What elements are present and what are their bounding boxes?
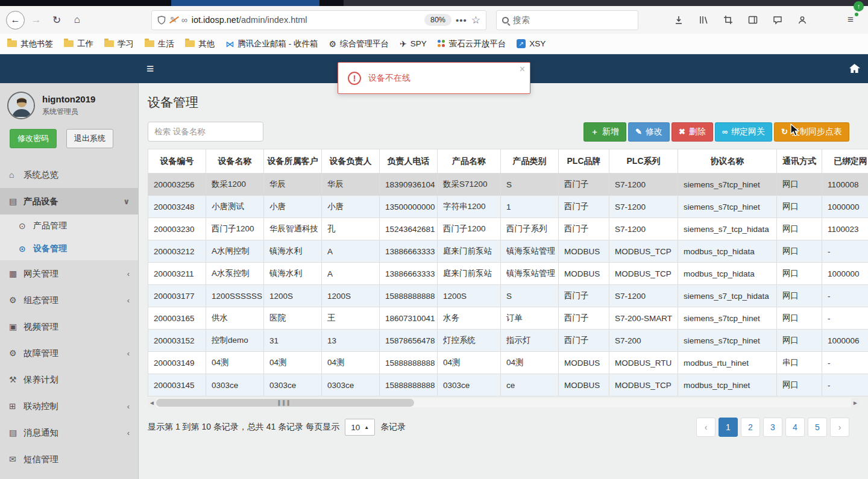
book-icon: ▤: [9, 196, 24, 206]
table-row[interactable]: 200003248小唐测试小唐小唐13500000000字符串12001西门子S…: [148, 196, 868, 218]
sidebar-item[interactable]: ▣视频管理: [0, 313, 138, 340]
table-row[interactable]: 200003165供水医院王18607310041水务订单西门子S7-200-S…: [148, 307, 868, 330]
next-page-button[interactable]: ›: [830, 418, 849, 437]
column-header[interactable]: 协议名称: [678, 149, 777, 174]
app-home-button[interactable]: [849, 63, 860, 75]
bookmark-item[interactable]: ⚙综合管理平台: [329, 39, 389, 49]
column-header[interactable]: 设备编号: [148, 149, 206, 174]
messages-button[interactable]: [769, 11, 787, 29]
column-header[interactable]: 设备所属客户: [264, 149, 322, 174]
bookmark-item[interactable]: 工作: [64, 39, 93, 49]
column-header[interactable]: 负责人电话: [380, 149, 438, 174]
table-row[interactable]: 200003230西门子1200华辰智通科技孔15243642681西门子120…: [148, 218, 868, 240]
prev-page-button[interactable]: ‹: [696, 418, 715, 437]
sidebar-item[interactable]: ⊞联动控制‹: [0, 393, 138, 419]
sidebar-item[interactable]: ⊙产品管理: [0, 214, 138, 237]
table-row[interactable]: 200003211A水泵控制镇海水利A13886663333庭来门前泵站镇海泵站…: [148, 263, 868, 285]
page-button[interactable]: 4: [785, 418, 805, 437]
update-badge-icon[interactable]: ↑: [854, 1, 864, 11]
scroll-left-arrow-icon[interactable]: ◄: [148, 398, 156, 407]
user-role: 系统管理员: [42, 107, 95, 117]
back-button[interactable]: ←: [6, 11, 25, 30]
bookmark-item[interactable]: 学习: [104, 39, 134, 49]
home-button[interactable]: ⌂: [68, 11, 86, 29]
device-search-input[interactable]: [148, 122, 263, 142]
table-row[interactable]: 200003152控制demo311315878656478灯控系统指示灯西门子…: [148, 330, 868, 352]
browser-tab[interactable]: [171, 0, 319, 6]
bookmark-item[interactable]: ⋈腾讯企业邮箱 - 收件箱: [225, 39, 318, 49]
permission-blocked-icon[interactable]: ✎: [170, 15, 177, 25]
page-actions-icon[interactable]: •••: [456, 15, 467, 25]
account-button[interactable]: [793, 11, 811, 29]
scrollbar-track[interactable]: ▌▌▌: [156, 398, 851, 407]
column-header[interactable]: PLC系列: [609, 149, 678, 174]
table-cell: -: [822, 307, 868, 330]
page-button[interactable]: 3: [763, 418, 782, 437]
forward-button[interactable]: →: [27, 11, 45, 29]
page-button[interactable]: 1: [719, 418, 738, 437]
edit-button[interactable]: ✎修改: [628, 122, 670, 142]
screenshot-button[interactable]: [719, 11, 737, 29]
change-password-button[interactable]: 修改密码: [10, 129, 57, 148]
sidebars-button[interactable]: [744, 11, 762, 29]
browser-search-input[interactable]: [513, 15, 632, 25]
browser-menu-button[interactable]: ≡: [841, 11, 860, 29]
column-header[interactable]: 设备名称: [206, 149, 264, 174]
bookmark-item[interactable]: ✈SPY: [400, 39, 427, 48]
column-header[interactable]: 产品名称: [438, 149, 501, 174]
avatar[interactable]: [7, 92, 35, 119]
logout-button[interactable]: 退出系统: [66, 129, 113, 148]
table-cell: MODBUS: [559, 352, 609, 374]
url-text[interactable]: iot.idosp.net/admin/index.html: [192, 15, 420, 25]
sidebar-item[interactable]: ⚒保养计划: [0, 366, 138, 393]
page-button[interactable]: 5: [808, 418, 827, 437]
table-row[interactable]: 200003212A水闸控制镇海水利A13886663333庭来门前泵站镇海泵站…: [148, 240, 868, 263]
page-size-select[interactable]: 10▲: [345, 419, 375, 436]
bookmark-item[interactable]: ↗XSY: [517, 39, 546, 48]
sidebar-item[interactable]: ✉短信管理: [0, 446, 138, 472]
action-buttons: ＋新增 ✎修改 ✖删除 ∞绑定网关 ↻复制同步点表: [583, 122, 849, 142]
column-header[interactable]: 产品类别: [501, 149, 559, 174]
browser-search-bar[interactable]: [496, 10, 638, 30]
scrollbar-thumb[interactable]: ▌▌▌: [156, 399, 414, 407]
downloads-button[interactable]: [670, 11, 688, 29]
delete-button[interactable]: ✖删除: [671, 122, 713, 142]
horizontal-scrollbar[interactable]: ◄ ▌▌▌ ►: [148, 398, 860, 407]
table-row[interactable]: 200003256数采1200华辰华辰18390936104数采S71200S西…: [148, 174, 868, 196]
reader-icon[interactable]: ∞: [181, 15, 187, 25]
column-header[interactable]: 已绑定网: [822, 149, 868, 174]
table-row[interactable]: 20000314904测04测04测1588888888804测04测MODBU…: [148, 352, 868, 374]
bookmark-item[interactable]: 生活: [145, 39, 174, 49]
sidebar-item[interactable]: ▤消息通知‹: [0, 419, 138, 446]
bookmark-star-icon[interactable]: ☆: [471, 14, 480, 27]
column-header[interactable]: PLC品牌: [559, 149, 609, 174]
table-row[interactable]: 2000031771200SSSSSS1200S1200S15888888888…: [148, 285, 868, 307]
sidebar-item[interactable]: ▦网关管理‹: [0, 260, 138, 287]
scroll-right-arrow-icon[interactable]: ►: [851, 398, 860, 407]
zoom-level-badge[interactable]: 80%: [424, 14, 451, 26]
column-header[interactable]: 设备负责人: [322, 149, 380, 174]
sidebar-item-label: 保养计划: [24, 374, 58, 386]
bookmark-item[interactable]: 其他: [185, 39, 215, 49]
close-icon[interactable]: ×: [520, 64, 525, 75]
reload-button[interactable]: ↻: [48, 11, 66, 29]
sidebar-item[interactable]: ⊙设备管理: [0, 237, 138, 260]
bind-gateway-button[interactable]: ∞绑定网关: [715, 122, 772, 142]
sidebar-item[interactable]: ⚙组态管理‹: [0, 287, 138, 313]
add-button[interactable]: ＋新增: [583, 122, 626, 142]
table-cell: 控制demo: [206, 330, 264, 352]
bookmark-label: 其他: [198, 39, 215, 49]
sidebar-item[interactable]: ⌂系统总览: [0, 161, 138, 188]
sidebar-collapse-button[interactable]: ≡: [146, 60, 154, 77]
url-bar[interactable]: ✎ ∞ iot.idosp.net/admin/index.html 80% •…: [151, 10, 486, 30]
sidebar-item[interactable]: ⚙故障管理‹: [0, 340, 138, 366]
column-header[interactable]: 通讯方式: [777, 149, 822, 174]
copy-sync-table-button[interactable]: ↻复制同步点表: [774, 122, 849, 142]
bookmark-item[interactable]: 其他书签: [7, 39, 53, 49]
sidebar-item[interactable]: ▤产品设备∨: [0, 188, 138, 214]
library-button[interactable]: [694, 11, 712, 29]
page-button[interactable]: 2: [741, 418, 760, 437]
shield-icon[interactable]: [157, 16, 166, 25]
table-row[interactable]: 2000031450303ce0303ce0303ce1588888888803…: [148, 374, 868, 396]
bookmark-item[interactable]: 萤石云开放平台: [438, 39, 506, 49]
